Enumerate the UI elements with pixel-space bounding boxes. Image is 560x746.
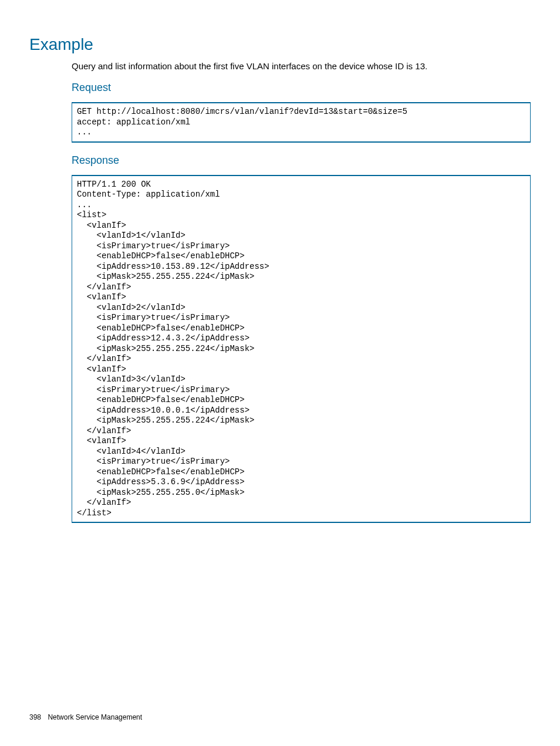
section-heading-response: Response [72, 154, 531, 167]
request-code-block: GET http://localhost:8080/imcrs/vlan/vla… [72, 102, 531, 143]
page-footer: 398 Network Service Management [29, 713, 142, 721]
section-heading-request: Request [72, 82, 531, 94]
section-heading-example: Example [29, 35, 531, 54]
response-code-block: HTTP/1.1 200 OK Content-Type: applicatio… [72, 175, 531, 524]
page-number: 398 [29, 713, 41, 721]
footer-title: Network Service Management [48, 713, 142, 721]
intro-paragraph: Query and list information about the fir… [72, 61, 531, 71]
